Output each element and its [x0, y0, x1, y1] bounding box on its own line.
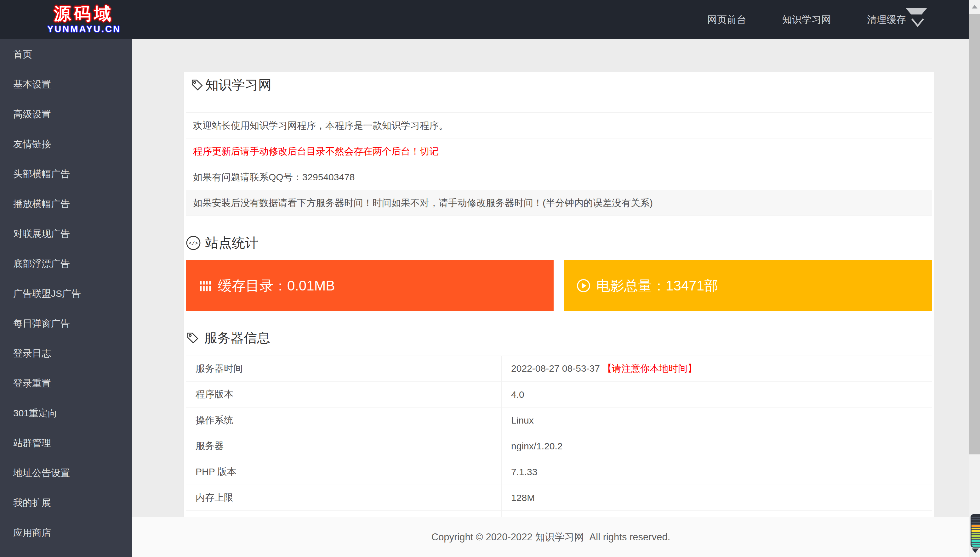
server-info-value: Linux [501, 407, 932, 433]
sidebar-item[interactable]: 首页 [0, 39, 132, 69]
nav-item-clear-cache[interactable]: 清理缓存 [849, 0, 942, 39]
columns-icon [198, 278, 212, 293]
notice-list: 欢迎站长使用知识学习网程序，本程序是一款知识学习程序。 程序更新后请手动修改后台… [186, 112, 932, 216]
sidebar-item[interactable]: 基本设置 [0, 69, 132, 99]
server-info-value: 7.1.33 [501, 459, 932, 485]
server-section-title: 服务器信息 [204, 329, 270, 347]
cache-stat-label: 缓存目录：0.01MB [218, 277, 335, 295]
server-section-header: 服务器信息 [186, 327, 932, 349]
sidebar-item[interactable]: 播放横幅广告 [0, 189, 132, 219]
sidebar-item-label: 登录重置 [13, 378, 51, 388]
server-info-value-text: 4.0 [511, 389, 524, 400]
server-info-value: 4.0 [501, 382, 932, 407]
sidebar-menu: 首页 基本设置 高级设置 友情链接 头部横幅广告 播放横幅广告 对联展现广告 [0, 39, 132, 547]
table-row: 操作系统 Linux [186, 407, 932, 433]
notice-row: 欢迎站长使用知识学习网程序，本程序是一款知识学习程序。 [186, 112, 932, 138]
welcome-panel-title: 知识学习网 [205, 76, 271, 94]
sidebar-item[interactable]: 每日弹窗广告 [0, 308, 132, 338]
sidebar: 首页 基本设置 高级设置 友情链接 头部横幅广告 播放横幅广告 对联展现广告 [0, 39, 132, 557]
table-row: 程序版本 4.0 [186, 382, 932, 407]
top-nav: 网页前台 知识学习网 清理缓存 [689, 0, 942, 39]
notice-row: 程序更新后请手动修改后台目录不然会存在两个后台！切记 [186, 138, 932, 164]
table-row: 内存上限 128M [186, 485, 932, 511]
scroll-down-widget[interactable] [970, 514, 980, 553]
sidebar-item-label: 播放横幅广告 [13, 199, 70, 209]
nav-item-site-name[interactable]: 知识学习网 [764, 0, 849, 39]
table-row: PHP 版本 7.1.33 [186, 459, 932, 485]
sidebar-item[interactable]: 应用商店 [0, 518, 132, 547]
sidebar-item[interactable]: 301重定向 [0, 398, 132, 428]
scrollbar-up-button[interactable] [969, 0, 980, 13]
stat-cards: 缓存目录：0.01MB 电影总量：13471部 [186, 260, 932, 311]
sidebar-item-label: 首页 [13, 49, 32, 59]
sidebar-item-label: 地址公告设置 [13, 467, 70, 478]
server-info-value: 2022-08-27 08-53-37 【请注意你本地时间】 [501, 356, 932, 382]
server-info-label: 服务器 [186, 433, 501, 459]
sidebar-item[interactable]: 地址公告设置 [0, 458, 132, 488]
sidebar-item-label: 每日弹窗广告 [13, 318, 70, 329]
top-bar: 源码域 YUNMAYU.CN 网页前台 知识学习网 清理缓存 [0, 0, 980, 39]
server-info-label: 程序版本 [186, 382, 501, 407]
main-panel: 知识学习网 欢迎站长使用知识学习网程序，本程序是一款知识学习程序。 程序更新后请… [184, 72, 934, 537]
movies-stat-label: 电影总量：13471部 [596, 277, 718, 295]
vertical-scrollbar [969, 0, 980, 557]
logo-text-cn: 源码域 [47, 5, 121, 23]
sidebar-item[interactable]: 站群管理 [0, 428, 132, 458]
server-info-table: 服务器时间 2022-08-27 08-53-37 【请注意你本地时间】 程序版… [186, 356, 932, 537]
server-info-value-text: nginx/1.20.2 [511, 441, 562, 451]
movies-stat-card: 电影总量：13471部 [564, 260, 932, 311]
sidebar-item-label: 底部浮漂广告 [13, 258, 70, 269]
tag-icon [190, 78, 204, 92]
sidebar-item[interactable]: 底部浮漂广告 [0, 249, 132, 278]
play-circle-icon [576, 278, 591, 293]
sidebar-item[interactable]: 登录日志 [0, 338, 132, 368]
tag-icon [186, 331, 200, 345]
nav-item-label: 网页前台 [707, 13, 746, 26]
sidebar-item[interactable]: 高级设置 [0, 99, 132, 129]
scrollbar-thumb[interactable] [969, 14, 980, 454]
scroll-up-arrow-icon [972, 5, 977, 8]
chevron-down-icon [911, 18, 924, 27]
stats-section-header: </> 站点统计 [186, 232, 932, 254]
server-info-value-text: 2022-08-27 08-53-37 [511, 363, 603, 373]
server-info-value-text: 7.1.33 [511, 467, 537, 477]
sidebar-item-label: 301重定向 [13, 408, 57, 418]
sidebar-item[interactable]: 广告联盟JS广告 [0, 278, 132, 308]
code-circle-icon: </> [186, 235, 201, 251]
table-row: 服务器时间 2022-08-27 08-53-37 【请注意你本地时间】 [186, 356, 932, 382]
server-info-body: 服务器时间 2022-08-27 08-53-37 【请注意你本地时间】 程序版… [186, 356, 932, 537]
table-row: 服务器 nginx/1.20.2 [186, 433, 932, 459]
svg-text:</>: </> [189, 241, 198, 246]
sidebar-item-label: 广告联盟JS广告 [13, 288, 81, 299]
server-info-label: 服务器时间 [186, 356, 501, 382]
sidebar-item[interactable]: 我的扩展 [0, 488, 132, 518]
server-info-label: PHP 版本 [186, 459, 501, 485]
notice-row: 如果有问题请联系QQ号：3295403478 [186, 164, 932, 190]
sidebar-item-label: 站群管理 [13, 438, 51, 448]
sidebar-item-label: 我的扩展 [13, 498, 51, 508]
logo-text-en: YUNMAYU.CN [47, 24, 121, 34]
sidebar-item-label: 友情链接 [13, 139, 51, 149]
server-info-label: 操作系统 [186, 407, 501, 433]
stats-section-title: 站点统计 [205, 234, 258, 252]
color-bars-icon [970, 514, 980, 547]
nav-item-site-frontend[interactable]: 网页前台 [689, 0, 764, 39]
sidebar-item[interactable]: 头部横幅广告 [0, 159, 132, 189]
footer: Copyright © 2020-2022 知识学习网 All rights r… [132, 517, 969, 557]
sidebar-item[interactable]: 对联展现广告 [0, 219, 132, 249]
cache-stat-card: 缓存目录：0.01MB [186, 260, 554, 311]
server-info-label: 内存上限 [186, 485, 501, 511]
sidebar-item-label: 基本设置 [13, 79, 51, 90]
sidebar-item-label: 登录日志 [13, 348, 51, 358]
sidebar-item[interactable]: 友情链接 [0, 129, 132, 159]
nav-item-label: 知识学习网 [782, 13, 831, 26]
server-info-value-warning: 【请注意你本地时间】 [603, 363, 697, 373]
dropdown-trapezoid-icon [905, 8, 928, 15]
server-info-value-text: Linux [511, 415, 534, 425]
sidebar-item[interactable]: 登录重置 [0, 368, 132, 398]
site-logo[interactable]: 源码域 YUNMAYU.CN [47, 5, 121, 34]
server-info-value: 128M [501, 485, 932, 511]
sidebar-item-label: 高级设置 [13, 109, 51, 119]
down-arrow-icon [972, 549, 979, 553]
welcome-panel-header: 知识学习网 [184, 72, 934, 98]
